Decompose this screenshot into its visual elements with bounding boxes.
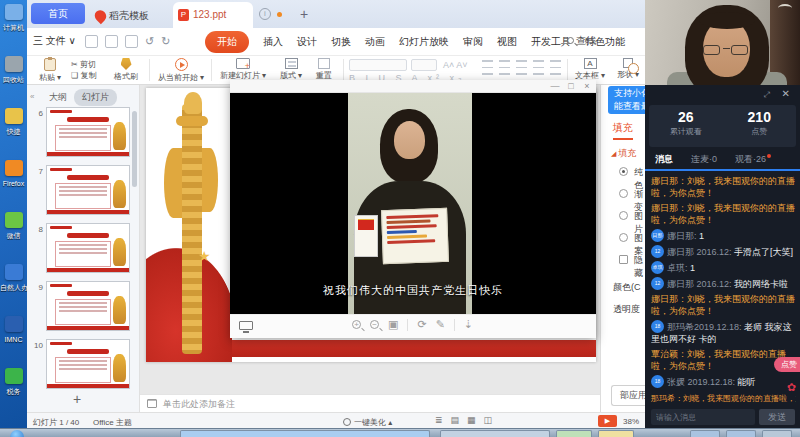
close-icon[interactable]: × bbox=[580, 81, 594, 92]
format-painter-button[interactable]: 格式刷 bbox=[109, 58, 143, 82]
slides-tab[interactable]: 幻灯片 bbox=[74, 89, 117, 106]
print-icon[interactable] bbox=[125, 35, 138, 48]
slide-thumbnail-6[interactable]: 6 bbox=[27, 107, 139, 165]
view-switcher[interactable]: ≣▤▦◫ bbox=[435, 415, 492, 425]
avatar[interactable]: 卓琪 bbox=[651, 261, 664, 274]
view-icon-0[interactable]: ≣ bbox=[435, 415, 443, 425]
avatar[interactable]: 12 bbox=[651, 277, 664, 290]
ribbon-tab-切换[interactable]: 切换 bbox=[331, 35, 351, 49]
radio-icon[interactable] bbox=[619, 189, 628, 198]
layout-button[interactable]: 版式 ▾ bbox=[275, 58, 307, 81]
radio-icon[interactable] bbox=[619, 167, 628, 176]
radio-icon[interactable] bbox=[619, 211, 628, 220]
ribbon-tab-审阅[interactable]: 审阅 bbox=[463, 35, 483, 49]
ribbon-tab-插入[interactable]: 插入 bbox=[263, 35, 283, 49]
maximize-icon[interactable]: □ bbox=[564, 81, 578, 92]
zoom-out-icon[interactable]: − bbox=[370, 320, 379, 329]
fit-view-icon[interactable]: ▣ bbox=[388, 318, 398, 331]
shapes-button[interactable]: 形状 ▾ bbox=[613, 58, 643, 80]
slide-thumbnail-7[interactable]: 7 bbox=[27, 165, 139, 223]
avatar[interactable]: 18 bbox=[651, 375, 664, 388]
chat-message-list[interactable]: 娜日那：刘晓，我来围观你的的直播啦，为你点赞！娜日那：刘晓，我来围观你的的直播啦… bbox=[651, 175, 796, 391]
chat-tab-观看·26[interactable]: 观看·26 bbox=[735, 153, 771, 166]
desktop-icon-Firefox[interactable]: Firefox bbox=[0, 156, 27, 208]
beautify-button[interactable]: 一键美化 ▴ bbox=[343, 417, 392, 428]
output-icon[interactable] bbox=[105, 35, 118, 48]
collapse-panel-icon[interactable]: « bbox=[30, 92, 34, 101]
ribbon-tab-幻灯片放映[interactable]: 幻灯片放映 bbox=[399, 35, 449, 49]
download-icon[interactable]: ⇣ bbox=[464, 318, 473, 331]
radio-icon[interactable] bbox=[619, 233, 628, 242]
minimize-icon[interactable]: — bbox=[548, 81, 562, 92]
avatar[interactable]: 日那 bbox=[651, 229, 664, 242]
font-name-box[interactable] bbox=[349, 59, 407, 71]
redo-icon[interactable]: ↻ bbox=[161, 35, 170, 48]
ribbon-tab-动画[interactable]: 动画 bbox=[365, 35, 385, 49]
ribbon-tab-视图[interactable]: 视图 bbox=[497, 35, 517, 49]
ribbon-tab-开发工具[interactable]: 开发工具 bbox=[531, 35, 571, 49]
docer-template-tab[interactable]: 稻壳模板 bbox=[91, 3, 169, 28]
new-tab-button[interactable]: + bbox=[295, 4, 313, 24]
copy-button[interactable]: ❏ 复制 bbox=[71, 70, 96, 81]
zoom-in-icon[interactable]: + bbox=[352, 320, 361, 329]
theme-name[interactable]: Office 主题 bbox=[93, 417, 132, 428]
ribbon-tab-开始[interactable]: 开始 bbox=[205, 31, 249, 53]
start-button[interactable] bbox=[10, 430, 24, 437]
font-grow-shrink[interactable]: A˄ A˅ bbox=[443, 60, 468, 70]
chat-input[interactable] bbox=[651, 409, 755, 425]
paste-button[interactable]: 粘贴 ▾ bbox=[35, 58, 65, 83]
view-icon-3[interactable]: ◫ bbox=[484, 415, 493, 425]
send-button[interactable]: 发送 bbox=[759, 409, 795, 425]
home-tab[interactable]: 首页 bbox=[31, 3, 85, 24]
edit-icon[interactable]: ✎ bbox=[436, 318, 445, 331]
fill-pane-tab[interactable]: 填充 bbox=[613, 121, 633, 140]
ribbon-tab-设计[interactable]: 设计 bbox=[297, 35, 317, 49]
avatar[interactable]: 12 bbox=[651, 245, 664, 258]
chat-close-icon[interactable]: ✕ bbox=[782, 88, 790, 99]
desktop-icon-微信[interactable]: 微信 bbox=[0, 208, 27, 260]
resize-icon[interactable]: ⤢ bbox=[764, 90, 770, 100]
fullscreen-monitor-icon[interactable] bbox=[239, 321, 253, 330]
video-window-titlebar[interactable]: — □ × bbox=[230, 80, 596, 93]
video-canvas[interactable]: 祝我们伟大的中国共产党生日快乐 bbox=[230, 93, 596, 314]
search-command[interactable]: 查找 bbox=[567, 34, 596, 48]
zoom-level[interactable]: 38% bbox=[623, 417, 639, 426]
stat-累计观看: 26累计观看 bbox=[649, 105, 723, 147]
textbox-button[interactable]: A 文本框 ▾ bbox=[573, 58, 607, 81]
rotate-icon[interactable]: ⟳ bbox=[417, 318, 426, 331]
desktop-icon-快捷[interactable]: 快捷 bbox=[0, 104, 27, 156]
slide-thumbnail-8[interactable]: 8 bbox=[27, 223, 139, 281]
view-icon-2[interactable]: ▦ bbox=[467, 415, 476, 425]
paragraph-group-row1[interactable] bbox=[479, 59, 564, 71]
view-icon-1[interactable]: ▤ bbox=[451, 415, 460, 425]
desktop-icon-回收站[interactable]: 回收站 bbox=[0, 52, 27, 104]
slide-thumbnail-9[interactable]: 9 bbox=[27, 281, 139, 339]
desktop-icon-计算机[interactable]: 计算机 bbox=[0, 0, 27, 52]
sync-status-icon[interactable]: i bbox=[259, 8, 271, 20]
slide-thumbnail-10[interactable]: 10 bbox=[27, 339, 139, 389]
undo-icon[interactable]: ↺ bbox=[145, 35, 154, 48]
chat-tab-消息[interactable]: 消息 bbox=[655, 153, 673, 166]
slides-scrollbar[interactable] bbox=[132, 111, 137, 187]
avatar[interactable]: 18 bbox=[651, 320, 664, 333]
fill-section-header[interactable]: 填充 bbox=[611, 147, 636, 160]
cut-button[interactable]: ✂ 剪切 bbox=[71, 59, 96, 70]
desktop-icon-税务[interactable]: 税务 bbox=[0, 364, 27, 416]
outline-tab[interactable]: 大纲 bbox=[49, 91, 67, 104]
font-size-box[interactable] bbox=[411, 59, 437, 71]
document-tab-123ppt[interactable]: P 123.ppt bbox=[173, 2, 253, 28]
checkbox-icon[interactable] bbox=[619, 255, 628, 264]
save-icon[interactable] bbox=[85, 35, 98, 48]
reset-button[interactable]: 重置 bbox=[311, 58, 337, 81]
desktop-icon-自然人办税[interactable]: 自然人办税 bbox=[0, 260, 27, 312]
windows-taskbar[interactable] bbox=[0, 428, 800, 437]
new-slide-button[interactable]: 新建幻灯片 ▾ bbox=[217, 58, 269, 81]
add-slide-button[interactable]: + bbox=[67, 392, 87, 408]
like-floating-badge[interactable]: 点赞 bbox=[774, 357, 800, 372]
notes-bar[interactable]: 单击此处添加备注 bbox=[140, 394, 627, 412]
slideshow-play-button[interactable]: ▶ bbox=[598, 415, 617, 427]
chat-tab-连麦·0[interactable]: 连麦·0 bbox=[691, 153, 717, 166]
play-from-current-button[interactable]: 从当前开始 ▾ bbox=[155, 58, 207, 83]
file-menu-button[interactable]: 三 文件 ∨ bbox=[33, 34, 76, 48]
desktop-icon-IMNC[interactable]: IMNC bbox=[0, 312, 27, 364]
